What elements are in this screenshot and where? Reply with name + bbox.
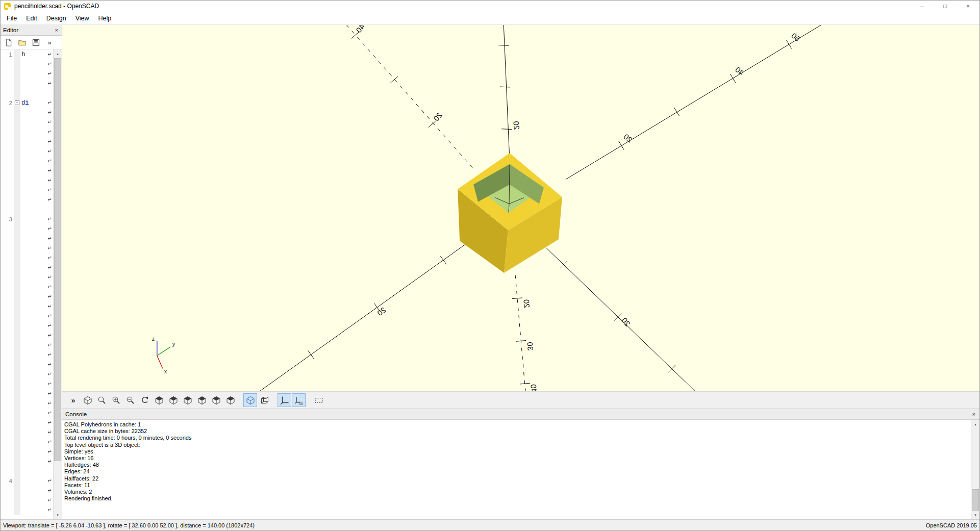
editor-row[interactable]: 1h↵ [1,49,53,59]
console-close-icon[interactable]: × [971,411,976,417]
editor-row[interactable]: ↵ [1,486,53,495]
code-editor[interactable]: 1h↵↵↵↵2−di↵↵↵↵↵↵↵↵↵↵↵3↵↵↵↵↵↵↵↵↵↵↵↵↵↵↵↵↵↵… [1,49,62,519]
fold-margin [14,418,20,427]
view-all-button[interactable] [81,393,94,407]
console-line: Facets: 11 [64,482,969,489]
editor-row[interactable]: ↵ [1,427,53,437]
editor-row[interactable]: 4↵ [1,476,53,486]
save-file-button[interactable] [31,37,41,47]
view-top-button[interactable] [166,393,180,407]
editor-row[interactable]: ↵ [1,175,53,185]
code-rows: 1h↵↵↵↵2−di↵↵↵↵↵↵↵↵↵↵↵3↵↵↵↵↵↵↵↵↵↵↵↵↵↵↵↵↵↵… [1,49,53,519]
reset-view-button[interactable] [138,393,152,407]
editor-row[interactable]: ↵ [1,495,53,505]
view-perspective-button[interactable] [243,393,257,407]
3d-viewport[interactable]: 4020202040502030402020 [62,25,979,391]
editor-row[interactable]: ↵ [1,253,53,263]
zoom-all-button[interactable] [95,393,109,407]
minimize-button[interactable]: – [911,1,934,12]
axis-labels: 4020202040502030402020 [354,25,801,391]
zoom-in-button[interactable] [109,393,123,407]
toolbar-overflow-button[interactable]: » [44,37,55,47]
editor-row[interactable] [1,205,53,214]
scroll-down-icon[interactable]: ▾ [971,511,979,519]
editor-row[interactable]: ↵ [1,79,53,88]
view-area-select-button[interactable] [312,393,325,407]
view-back-button[interactable] [223,393,237,407]
toolbar-overflow-button[interactable]: » [66,393,80,407]
editor-row[interactable]: ↵ [1,243,53,253]
editor-row[interactable]: ↵ [1,292,53,301]
editor-close-icon[interactable]: × [54,27,59,33]
console-output: CGAL Polyhedrons in cache: 1CGAL cache s… [64,421,969,519]
editor-row[interactable]: ↵ [1,437,53,447]
editor-row[interactable]: ↵ [1,137,53,146]
fold-margin [14,457,20,466]
editor-row[interactable]: ↵ [1,224,53,234]
editor-row[interactable]: ↵ [1,408,53,418]
editor-row[interactable]: ↵ [1,166,53,175]
show-axes-button[interactable] [278,393,291,407]
menu-design[interactable]: Design [42,13,71,23]
editor-row[interactable]: ↵ [1,59,53,69]
editor-row[interactable]: ↵ [1,418,53,427]
editor-row[interactable]: ↵ [1,195,53,205]
editor-row[interactable]: ↵ [1,331,53,340]
editor-row[interactable]: ↵ [1,447,53,457]
editor-row[interactable]: ↵ [1,282,53,292]
editor-scrollbar-thumb[interactable] [54,58,61,461]
editor-row[interactable]: ↵ [1,350,53,360]
open-file-button[interactable] [17,37,27,47]
editor-row[interactable]: ↵ [1,398,53,408]
menu-view[interactable]: View [71,13,94,23]
maximize-button[interactable]: □ [934,1,957,12]
scroll-down-icon[interactable]: ▾ [54,511,62,519]
new-file-button[interactable] [3,37,13,47]
view-front-button[interactable] [209,393,223,407]
scroll-up-icon[interactable]: ▴ [971,420,979,428]
editor-row[interactable]: ↵ [1,234,53,243]
editor-row[interactable] [1,466,53,476]
view-orthogonal-button[interactable] [258,393,271,407]
editor-scrollbar[interactable]: ▴ ▾ [53,49,62,519]
menu-edit[interactable]: Edit [21,13,42,23]
fold-marker-icon[interactable]: − [15,100,19,105]
console-body[interactable]: CGAL Polyhedrons in cache: 1CGAL cache s… [62,420,979,519]
editor-row[interactable]: ↵ [1,301,53,311]
editor-row[interactable]: ↵ [1,263,53,272]
editor-row[interactable]: ↵ [1,108,53,117]
editor-row[interactable] [1,88,53,98]
console-line: Simple: yes [64,448,969,455]
menu-help[interactable]: Help [94,13,116,23]
editor-row[interactable]: ↵ [1,505,53,515]
editor-row[interactable]: ↵ [1,146,53,156]
editor-row[interactable]: ↵ [1,127,53,137]
editor-row[interactable]: 2−di↵ [1,98,53,108]
editor-row[interactable]: ↵ [1,340,53,350]
close-button[interactable]: × [957,1,979,12]
view-right-button[interactable] [152,393,166,407]
show-scale-markers-button[interactable] [292,393,306,407]
editor-row[interactable]: ↵ [1,457,53,466]
console-scrollbar[interactable]: ▴ ▾ [971,420,979,519]
editor-row[interactable]: ↵ [1,156,53,166]
editor-row[interactable]: ↵ [1,311,53,321]
editor-row[interactable]: ↵ [1,185,53,195]
editor-row[interactable]: ↵ [1,389,53,398]
editor-row[interactable]: ↵ [1,272,53,282]
editor-row[interactable]: ↵ [1,379,53,389]
wrap-indicator-icon: ↵ [46,381,53,387]
magplus-icon [112,396,121,405]
menu-file[interactable]: File [2,13,21,23]
editor-row[interactable]: ↵ [1,369,53,379]
zoom-out-button[interactable] [123,393,137,407]
editor-row[interactable]: ↵ [1,69,53,79]
editor-row[interactable]: 3↵ [1,214,53,224]
console-scrollbar-thumb[interactable] [972,489,979,511]
view-left-button[interactable] [195,393,209,407]
editor-row[interactable]: ↵ [1,360,53,369]
editor-row[interactable]: ↵ [1,321,53,331]
editor-row[interactable]: ↵ [1,117,53,127]
scroll-up-icon[interactable]: ▴ [54,49,62,58]
view-bottom-button[interactable] [181,393,194,407]
